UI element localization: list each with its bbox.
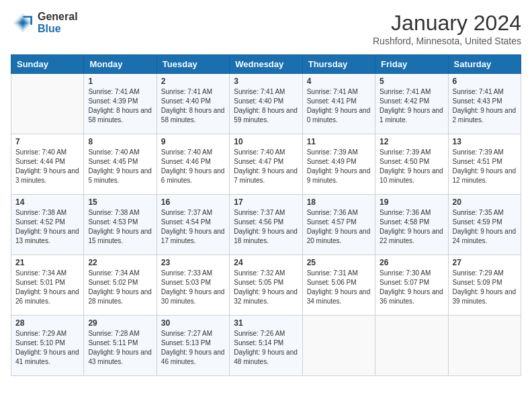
day-info: Sunrise: 7:32 AM Sunset: 5:05 PM Dayligh… (234, 269, 298, 306)
calendar-week-row: 7Sunrise: 7:40 AM Sunset: 4:44 PM Daylig… (11, 134, 521, 195)
calendar-cell: 20Sunrise: 7:35 AM Sunset: 4:59 PM Dayli… (448, 195, 521, 255)
calendar-cell: 3Sunrise: 7:41 AM Sunset: 4:40 PM Daylig… (230, 74, 302, 134)
day-info: Sunrise: 7:26 AM Sunset: 5:14 PM Dayligh… (234, 329, 298, 367)
calendar-cell (448, 316, 521, 376)
day-number: 27 (453, 258, 517, 267)
calendar-cell: 30Sunrise: 7:27 AM Sunset: 5:13 PM Dayli… (157, 316, 229, 376)
col-header-saturday: Saturday (448, 55, 521, 74)
location: Rushford, Minnesota, United States (373, 36, 521, 46)
calendar-cell (11, 74, 84, 134)
day-number: 16 (161, 197, 225, 207)
day-number: 6 (453, 77, 517, 86)
day-number: 18 (307, 197, 371, 207)
day-info: Sunrise: 7:38 AM Sunset: 4:53 PM Dayligh… (88, 208, 152, 246)
calendar-cell: 24Sunrise: 7:32 AM Sunset: 5:05 PM Dayli… (230, 255, 302, 316)
day-number: 24 (234, 258, 298, 267)
day-number: 28 (15, 318, 79, 328)
day-number: 31 (234, 318, 298, 328)
col-header-thursday: Thursday (302, 55, 375, 74)
calendar-cell: 23Sunrise: 7:33 AM Sunset: 5:03 PM Dayli… (157, 255, 229, 316)
day-number: 23 (161, 258, 225, 267)
day-number: 30 (161, 318, 225, 328)
calendar-cell: 25Sunrise: 7:31 AM Sunset: 5:06 PM Dayli… (302, 255, 375, 316)
day-number: 25 (307, 258, 371, 267)
day-info: Sunrise: 7:28 AM Sunset: 5:11 PM Dayligh… (88, 329, 152, 367)
calendar-week-row: 1Sunrise: 7:41 AM Sunset: 4:39 PM Daylig… (11, 74, 521, 134)
calendar-cell: 26Sunrise: 7:30 AM Sunset: 5:07 PM Dayli… (375, 255, 448, 316)
day-number: 17 (234, 197, 298, 207)
calendar-cell: 16Sunrise: 7:37 AM Sunset: 4:54 PM Dayli… (157, 195, 229, 255)
logo-general: General (38, 11, 78, 23)
day-number: 8 (88, 137, 152, 146)
day-info: Sunrise: 7:38 AM Sunset: 4:52 PM Dayligh… (15, 208, 79, 246)
day-number: 20 (453, 197, 517, 207)
day-info: Sunrise: 7:41 AM Sunset: 4:39 PM Dayligh… (88, 87, 152, 125)
day-number: 4 (307, 77, 371, 86)
day-info: Sunrise: 7:41 AM Sunset: 4:41 PM Dayligh… (307, 87, 371, 125)
day-number: 22 (88, 258, 152, 267)
calendar-week-row: 14Sunrise: 7:38 AM Sunset: 4:52 PM Dayli… (11, 195, 521, 255)
day-info: Sunrise: 7:41 AM Sunset: 4:40 PM Dayligh… (234, 87, 298, 125)
logo-blue: Blue (38, 23, 78, 35)
day-number: 29 (88, 318, 152, 328)
calendar-cell: 2Sunrise: 7:41 AM Sunset: 4:40 PM Daylig… (157, 74, 229, 134)
day-info: Sunrise: 7:41 AM Sunset: 4:42 PM Dayligh… (380, 87, 443, 125)
calendar-cell: 8Sunrise: 7:40 AM Sunset: 4:45 PM Daylig… (84, 134, 157, 195)
calendar-cell: 14Sunrise: 7:38 AM Sunset: 4:52 PM Dayli… (11, 195, 84, 255)
day-info: Sunrise: 7:41 AM Sunset: 4:40 PM Dayligh… (161, 87, 225, 125)
day-info: Sunrise: 7:40 AM Sunset: 4:47 PM Dayligh… (234, 148, 298, 185)
day-info: Sunrise: 7:29 AM Sunset: 5:09 PM Dayligh… (453, 269, 517, 306)
calendar-cell: 12Sunrise: 7:39 AM Sunset: 4:50 PM Dayli… (375, 134, 448, 195)
calendar-cell: 22Sunrise: 7:34 AM Sunset: 5:02 PM Dayli… (84, 255, 157, 316)
calendar-cell: 29Sunrise: 7:28 AM Sunset: 5:11 PM Dayli… (84, 316, 157, 376)
day-info: Sunrise: 7:39 AM Sunset: 4:51 PM Dayligh… (453, 148, 517, 185)
calendar-week-row: 28Sunrise: 7:29 AM Sunset: 5:10 PM Dayli… (11, 316, 521, 376)
day-number: 1 (88, 77, 152, 86)
day-number: 19 (380, 197, 443, 207)
calendar-cell: 10Sunrise: 7:40 AM Sunset: 4:47 PM Dayli… (230, 134, 302, 195)
day-info: Sunrise: 7:33 AM Sunset: 5:03 PM Dayligh… (161, 269, 225, 306)
col-header-tuesday: Tuesday (157, 55, 229, 74)
calendar-cell: 5Sunrise: 7:41 AM Sunset: 4:42 PM Daylig… (375, 74, 448, 134)
day-number: 13 (453, 137, 517, 146)
day-number: 15 (88, 197, 152, 207)
calendar-cell: 4Sunrise: 7:41 AM Sunset: 4:41 PM Daylig… (302, 74, 375, 134)
title-block: January 2024 Rushford, Minnesota, United… (373, 11, 521, 46)
page-header: General Blue January 2024 Rushford, Minn… (11, 11, 521, 46)
day-number: 12 (380, 137, 443, 146)
day-number: 2 (161, 77, 225, 86)
day-info: Sunrise: 7:27 AM Sunset: 5:13 PM Dayligh… (161, 329, 225, 367)
calendar-cell: 6Sunrise: 7:41 AM Sunset: 4:43 PM Daylig… (448, 74, 521, 134)
col-header-wednesday: Wednesday (230, 55, 302, 74)
month-title: January 2024 (373, 11, 521, 36)
calendar-cell: 31Sunrise: 7:26 AM Sunset: 5:14 PM Dayli… (230, 316, 302, 376)
logo-icon (11, 11, 35, 35)
day-number: 7 (15, 137, 79, 146)
day-info: Sunrise: 7:39 AM Sunset: 4:49 PM Dayligh… (307, 148, 371, 185)
day-info: Sunrise: 7:36 AM Sunset: 4:57 PM Dayligh… (307, 208, 371, 246)
day-info: Sunrise: 7:31 AM Sunset: 5:06 PM Dayligh… (307, 269, 371, 306)
day-number: 21 (15, 258, 79, 267)
day-number: 9 (161, 137, 225, 146)
logo-text: General Blue (38, 11, 78, 35)
calendar-cell: 19Sunrise: 7:36 AM Sunset: 4:58 PM Dayli… (375, 195, 448, 255)
calendar-cell: 18Sunrise: 7:36 AM Sunset: 4:57 PM Dayli… (302, 195, 375, 255)
col-header-friday: Friday (375, 55, 448, 74)
calendar-cell: 15Sunrise: 7:38 AM Sunset: 4:53 PM Dayli… (84, 195, 157, 255)
day-info: Sunrise: 7:29 AM Sunset: 5:10 PM Dayligh… (15, 329, 79, 367)
day-number: 26 (380, 258, 443, 267)
day-info: Sunrise: 7:35 AM Sunset: 4:59 PM Dayligh… (453, 208, 517, 246)
day-number: 14 (15, 197, 79, 207)
calendar-cell: 9Sunrise: 7:40 AM Sunset: 4:46 PM Daylig… (157, 134, 229, 195)
day-info: Sunrise: 7:37 AM Sunset: 4:56 PM Dayligh… (234, 208, 298, 246)
day-info: Sunrise: 7:40 AM Sunset: 4:44 PM Dayligh… (15, 148, 79, 185)
day-info: Sunrise: 7:34 AM Sunset: 5:01 PM Dayligh… (15, 269, 79, 306)
day-info: Sunrise: 7:37 AM Sunset: 4:54 PM Dayligh… (161, 208, 225, 246)
day-info: Sunrise: 7:39 AM Sunset: 4:50 PM Dayligh… (380, 148, 443, 185)
logo: General Blue (11, 11, 78, 35)
col-header-sunday: Sunday (11, 55, 84, 74)
calendar-cell: 13Sunrise: 7:39 AM Sunset: 4:51 PM Dayli… (448, 134, 521, 195)
day-info: Sunrise: 7:41 AM Sunset: 4:43 PM Dayligh… (453, 87, 517, 125)
calendar-cell: 11Sunrise: 7:39 AM Sunset: 4:49 PM Dayli… (302, 134, 375, 195)
day-number: 10 (234, 137, 298, 146)
